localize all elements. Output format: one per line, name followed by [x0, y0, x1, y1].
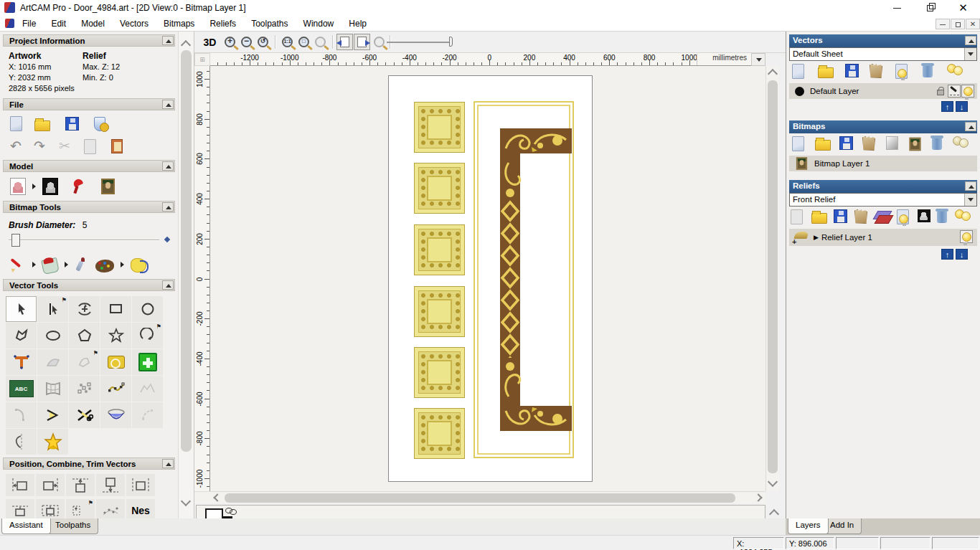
colour-palette-icon[interactable] [95, 260, 114, 272]
scrollbar-thumb[interactable] [225, 493, 735, 503]
zoom-in-button[interactable]: + [222, 34, 238, 50]
save-vector-layer-icon[interactable] [845, 64, 859, 77]
cut-icon[interactable]: ✂ [59, 138, 70, 154]
restore-button[interactable] [914, 0, 946, 16]
preview-relief-button[interactable] [371, 34, 387, 50]
delete-relief-layer-icon[interactable] [937, 211, 947, 223]
redo-icon[interactable]: ↷ [34, 138, 45, 154]
mirror-vectors-tool[interactable] [6, 429, 37, 455]
create-polyline-tool[interactable] [6, 323, 37, 349]
scroll-down-icon[interactable] [768, 477, 778, 487]
fit-curve-tool[interactable] [100, 376, 131, 402]
model-sheet[interactable] [388, 75, 593, 482]
menu-edit[interactable]: Edit [44, 16, 72, 32]
bitmap-visibility-toggle[interactable] [336, 34, 353, 50]
merge-relief-layers-icon[interactable] [854, 209, 867, 224]
paint-tool-icon[interactable] [10, 257, 26, 272]
select-vectors-tool[interactable] [6, 296, 37, 322]
tab-assistant[interactable]: Assistant [1, 518, 51, 534]
options-icon[interactable] [94, 117, 105, 131]
fade-bitmap-icon[interactable] [886, 136, 898, 150]
canvas-horizontal-scrollbar[interactable] [194, 491, 765, 503]
zoom-previous-button[interactable]: ↺ [255, 34, 271, 50]
move-layer-down-button[interactable]: ↓ [956, 101, 968, 112]
brush-diameter-slider[interactable] [9, 233, 169, 249]
offset-vectors-tool[interactable] [37, 402, 68, 428]
new-model-icon[interactable] [10, 116, 22, 131]
create-text-tool[interactable] [6, 349, 37, 375]
rosette-tile-4[interactable] [414, 286, 465, 337]
minimize-button[interactable] [881, 0, 913, 16]
move-relief-up-button[interactable]: ↑ [941, 249, 953, 260]
close-button[interactable]: ✕ [947, 0, 979, 16]
transform-vectors-tool[interactable] [69, 296, 100, 322]
sheet-selector-dropdown-button[interactable] [964, 48, 976, 60]
model-section-collapse-button[interactable] [162, 161, 174, 171]
wrap-text-tool-disabled[interactable] [37, 349, 68, 375]
save-relief-layer-icon[interactable] [834, 209, 847, 223]
ruler-origin-button[interactable]: ⊞ [194, 53, 210, 66]
vector-tools-collapse-button[interactable] [162, 280, 174, 290]
ornament-diamond-chain[interactable] [500, 200, 520, 358]
flyout-arrow-icon[interactable] [32, 262, 36, 267]
lighting-icon[interactable] [72, 179, 86, 194]
undo-icon[interactable]: ↶ [10, 138, 22, 154]
measure-tool[interactable] [100, 349, 131, 375]
rosette-tile-5[interactable] [414, 347, 465, 398]
create-polygon-tool[interactable] [69, 323, 100, 349]
rosette-tile-3[interactable] [414, 224, 465, 275]
relief-stack-icon[interactable] [875, 209, 890, 222]
zoom-1to1-button[interactable]: 1:1 [279, 34, 296, 50]
open-relief-layer-icon[interactable] [811, 213, 827, 224]
create-star-wizard-tool[interactable] [37, 429, 68, 455]
scroll-right-icon[interactable] [754, 493, 762, 501]
toggle-all-reliefs-icon[interactable] [955, 209, 971, 221]
contrast-slider-handle[interactable] [449, 37, 453, 47]
mdi-close-button[interactable]: ✕ [966, 19, 980, 29]
align-bottom-tool[interactable] [96, 474, 125, 496]
rosette-tile-1[interactable] [414, 102, 465, 153]
rosette-tile-6[interactable] [414, 408, 465, 459]
new-relief-layer-icon[interactable] [791, 209, 803, 224]
align-right-tool[interactable] [36, 474, 65, 496]
vector-doctor-tool[interactable] [132, 349, 163, 375]
canvas-vertical-scrollbar[interactable] [765, 66, 779, 491]
scroll-down-icon[interactable] [181, 496, 191, 506]
delete-vector-layer-icon[interactable] [923, 65, 933, 77]
align-left-tool[interactable] [6, 474, 34, 496]
create-rectangle-tool[interactable] [100, 296, 131, 322]
load-bitmap-icon[interactable] [101, 179, 115, 194]
vector-visibility-toggle[interactable] [354, 34, 370, 50]
vector-layer-row[interactable]: Default Layer [789, 83, 977, 99]
notes-icon[interactable] [111, 139, 123, 153]
greyscale-preview-icon[interactable] [10, 178, 26, 195]
paste-along-curve-tool[interactable] [69, 376, 100, 402]
node-editing-tool[interactable]: ⚑ [37, 296, 68, 322]
menu-file[interactable]: File [16, 16, 42, 32]
rosette-tile-2[interactable] [414, 163, 465, 214]
delete-bitmap-layer-icon[interactable] [932, 138, 942, 150]
extrude-tool[interactable] [100, 402, 131, 428]
expand-layer-icon[interactable]: ▶ [814, 234, 819, 241]
align-centre-tool[interactable] [6, 499, 34, 518]
tab-layers[interactable]: Layers [788, 518, 829, 534]
flood-fill-icon[interactable] [41, 257, 60, 275]
bitmap-layer-row[interactable]: Bitmap Layer 1 [789, 156, 977, 171]
move-relief-down-button[interactable]: ↓ [956, 249, 968, 260]
assistant-scrollbar[interactable] [178, 32, 194, 518]
project-information-collapse-button[interactable] [162, 36, 174, 45]
paste-icon[interactable] [84, 139, 96, 154]
save-model-icon[interactable] [65, 117, 79, 131]
align-top-tool[interactable] [66, 474, 95, 496]
menu-vectors[interactable]: Vectors [113, 16, 155, 32]
block-copy-tool[interactable] [96, 499, 125, 518]
save-bitmap-layer-icon[interactable] [839, 136, 853, 150]
relief-selector-dropdown-button[interactable] [964, 194, 976, 206]
scroll-up-icon[interactable] [768, 69, 778, 79]
relief-visibility-button[interactable] [960, 230, 973, 243]
bitmap-tools-collapse-button[interactable] [162, 202, 174, 212]
toggle-relief-visibility-icon[interactable] [897, 209, 909, 224]
canvas-viewport[interactable] [210, 66, 765, 491]
toggle-3d-view-button[interactable]: 3D [202, 34, 218, 50]
paste-array-tool[interactable]: ⚑ [66, 499, 95, 518]
